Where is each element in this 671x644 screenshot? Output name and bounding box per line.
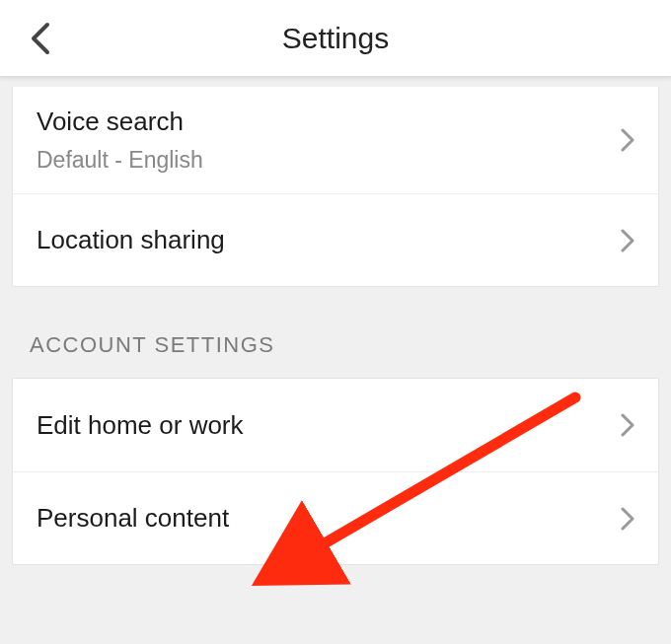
chevron-right-icon [621,507,634,531]
settings-group-account: Edit home or work Personal content [12,378,659,565]
row-title: Voice search [37,107,609,137]
chevron-left-icon [30,22,50,55]
row-title: Personal content [37,503,609,534]
settings-group-general: Voice search Default - English Location … [12,87,659,287]
row-text: Voice search Default - English [37,107,609,174]
row-location-sharing[interactable]: Location sharing [13,193,658,286]
chevron-right-icon [621,229,634,252]
page-body: Voice search Default - English Location … [0,77,671,644]
row-text: Personal content [37,503,609,534]
back-button[interactable] [20,19,59,58]
row-voice-search[interactable]: Voice search Default - English [13,87,658,193]
row-title: Location sharing [37,225,609,255]
row-text: Edit home or work [37,410,609,441]
page-title: Settings [0,22,671,55]
header-bar: Settings [0,0,671,77]
chevron-right-icon [621,413,634,437]
row-subtitle: Default - English [37,147,609,174]
chevron-right-icon [621,128,634,152]
row-title: Edit home or work [37,410,609,441]
row-text: Location sharing [37,225,609,255]
section-header-account: ACCOUNT SETTINGS [0,287,671,378]
row-edit-home-work[interactable]: Edit home or work [13,379,658,471]
row-personal-content[interactable]: Personal content [13,471,658,564]
